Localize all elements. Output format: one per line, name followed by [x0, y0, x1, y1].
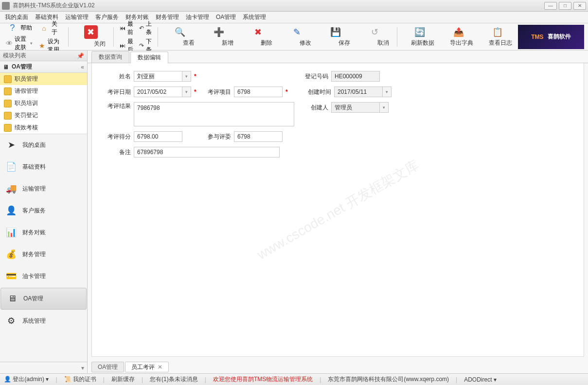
- delete-button[interactable]: ✖删除: [239, 25, 276, 48]
- edit-icon: ✎: [291, 26, 303, 38]
- logout-button[interactable]: 👤 登出(admin) ▾: [4, 375, 49, 384]
- export-button[interactable]: 📤导出字典: [440, 25, 477, 48]
- tree-item-reward[interactable]: 奖罚登记: [0, 109, 87, 122]
- sidebar-tree: 职员管理 请假管理 职员培训 奖罚登记 绩效考核: [0, 73, 87, 134]
- dropdown-icon: ▾: [383, 87, 392, 97]
- dropdown-icon[interactable]: ▾: [182, 71, 191, 82]
- score-input[interactable]: [134, 131, 182, 142]
- menu-system[interactable]: 系统管理: [243, 13, 266, 21]
- content-area: 数据查询 数据编辑 www.cscode.net 开发框架文库 姓名 ▾ * 登…: [88, 51, 588, 373]
- prev-button[interactable]: 上条: [146, 20, 152, 36]
- brand-logo: TMS喜鹊软件: [518, 25, 584, 49]
- skin-button[interactable]: 设置皮肤: [15, 35, 28, 52]
- status-bar: 👤 登出(admin) ▾ | 📜 我的证书 | 刷新缓存 | 您有(1)条未读…: [0, 373, 588, 385]
- next-icon: ↷: [139, 42, 144, 49]
- monitor-icon: 🖥: [6, 294, 18, 304]
- about-button[interactable]: 关于: [52, 20, 63, 36]
- menu-oa[interactable]: OA管理: [216, 13, 236, 21]
- nav-transport[interactable]: 🚚运输管理: [0, 178, 87, 200]
- menu-transport[interactable]: 运输管理: [65, 13, 89, 21]
- sidebar-footer: ▾: [0, 362, 87, 373]
- chevron-down-icon[interactable]: ▾: [81, 365, 84, 371]
- unread-messages[interactable]: 您有(1)条未读消息: [150, 375, 198, 384]
- result-label: 考评结果: [102, 102, 131, 110]
- nav-basic-data[interactable]: 📄基础资料: [0, 156, 87, 178]
- person-icon: 👤: [5, 205, 18, 216]
- nav-finance-recon[interactable]: 📊财务对账: [0, 222, 87, 244]
- folder-icon: [4, 124, 12, 132]
- prev-icon: ↶: [139, 25, 144, 32]
- tree-item-performance[interactable]: 绩效考核: [0, 122, 87, 134]
- nav-system[interactable]: ⚙系统管理: [0, 310, 87, 332]
- pin-icon[interactable]: 📌: [77, 52, 84, 59]
- nav-list: ➤我的桌面 📄基础资料 🚚运输管理 👤客户服务 📊财务对账 💰财务管理 💳油卡管…: [0, 134, 87, 362]
- folder-icon: [4, 75, 12, 83]
- sidebar-header: 模块列表 📌: [0, 51, 87, 61]
- close-window-button[interactable]: ✕: [573, 2, 586, 10]
- app-icon: [2, 2, 10, 10]
- cursor-icon: ➤: [5, 140, 18, 150]
- first-icon: ⏮: [120, 25, 125, 32]
- nav-finance-mgmt[interactable]: 💰财务管理: [0, 244, 87, 265]
- reg-input: [331, 71, 380, 82]
- close-button[interactable]: ✖关闭: [72, 24, 109, 49]
- save-icon: 💾: [330, 26, 341, 38]
- maximize-button[interactable]: □: [559, 2, 571, 10]
- search-icon: 🔍: [174, 26, 186, 38]
- watermark: www.cscode.net 开发框架文库: [253, 156, 422, 264]
- add-button[interactable]: ➕新增: [200, 25, 237, 48]
- window-title: 喜鹊科技-TMS系统企业版V1.02: [13, 1, 544, 10]
- first-button[interactable]: 最前: [127, 20, 133, 36]
- bottom-tab-evaluation[interactable]: 员工考评✕: [125, 362, 169, 372]
- menu-my-desktop[interactable]: 我的桌面: [5, 13, 28, 21]
- sidebar-section-oa[interactable]: 🖥OA管理«: [0, 61, 87, 73]
- required-marker: *: [285, 88, 288, 95]
- dropdown-icon[interactable]: ▾: [182, 87, 191, 97]
- view-button[interactable]: 🔍查看: [161, 25, 198, 48]
- log-button[interactable]: 📋查看日志: [479, 25, 516, 48]
- created-label: 创建时间: [302, 88, 331, 96]
- nav-my-desktop[interactable]: ➤我的桌面: [0, 134, 87, 156]
- nav-customer[interactable]: 👤客户服务: [0, 200, 87, 222]
- last-icon: ⏭: [120, 42, 125, 49]
- bottom-tab-oa[interactable]: OA管理: [91, 362, 124, 372]
- export-icon: 📤: [453, 26, 464, 38]
- truck-icon: 🚚: [5, 183, 18, 194]
- nav-oa[interactable]: 🖥OA管理: [0, 288, 87, 310]
- project-label: 考评项目: [202, 88, 231, 96]
- cancel-button[interactable]: ↺取消: [356, 25, 393, 48]
- date-input[interactable]: [134, 87, 182, 97]
- remark-input[interactable]: [134, 147, 280, 158]
- judge-input[interactable]: [234, 131, 283, 142]
- menu-customer[interactable]: 客户服务: [95, 13, 119, 21]
- tree-item-leave[interactable]: 请假管理: [0, 85, 87, 97]
- project-input[interactable]: [234, 87, 283, 97]
- edit-button[interactable]: ✎修改: [278, 25, 315, 48]
- minimize-button[interactable]: —: [544, 2, 557, 10]
- refresh-button[interactable]: 🔄刷新数据: [401, 25, 438, 48]
- tab-data-query[interactable]: 数据查询: [91, 51, 129, 63]
- save-button[interactable]: 💾保存: [317, 25, 354, 48]
- refresh-icon: 🔄: [414, 26, 426, 38]
- folder-icon: [4, 88, 12, 95]
- toolbar: ?帮助 👁设置皮肤▾ ⌂关于 ★设为常用 ✖关闭 ⏮最前 ⏭最后 ↶上条 ↷下条…: [0, 23, 588, 51]
- creator-input: [331, 102, 380, 113]
- menu-finance-mgmt[interactable]: 财务管理: [156, 13, 179, 21]
- refresh-cache-button[interactable]: 刷新缓存: [111, 375, 135, 384]
- home-icon: ⌂: [38, 22, 50, 34]
- menu-fuel-card[interactable]: 油卡管理: [186, 13, 209, 21]
- form-panel: www.cscode.net 开发框架文库 姓名 ▾ * 登记号码 考评日期 ▾…: [91, 63, 584, 357]
- result-input[interactable]: 7986798: [134, 102, 294, 126]
- close-tab-icon[interactable]: ✕: [158, 364, 162, 370]
- folder-icon: [4, 100, 12, 107]
- nav-fuel-card[interactable]: 💳油卡管理: [0, 265, 87, 287]
- ado-button[interactable]: ADODirect ▾: [464, 376, 497, 383]
- reg-label: 登记号码: [299, 72, 328, 81]
- tree-item-employee[interactable]: 职员管理: [0, 73, 87, 85]
- tree-item-training[interactable]: 职员培训: [0, 97, 87, 109]
- tab-data-edit[interactable]: 数据编辑: [130, 52, 168, 63]
- table-icon: 📊: [5, 227, 18, 238]
- help-button[interactable]: 帮助: [20, 24, 32, 32]
- my-cert-button[interactable]: 📜 我的证书: [64, 375, 96, 384]
- name-input[interactable]: [134, 71, 182, 82]
